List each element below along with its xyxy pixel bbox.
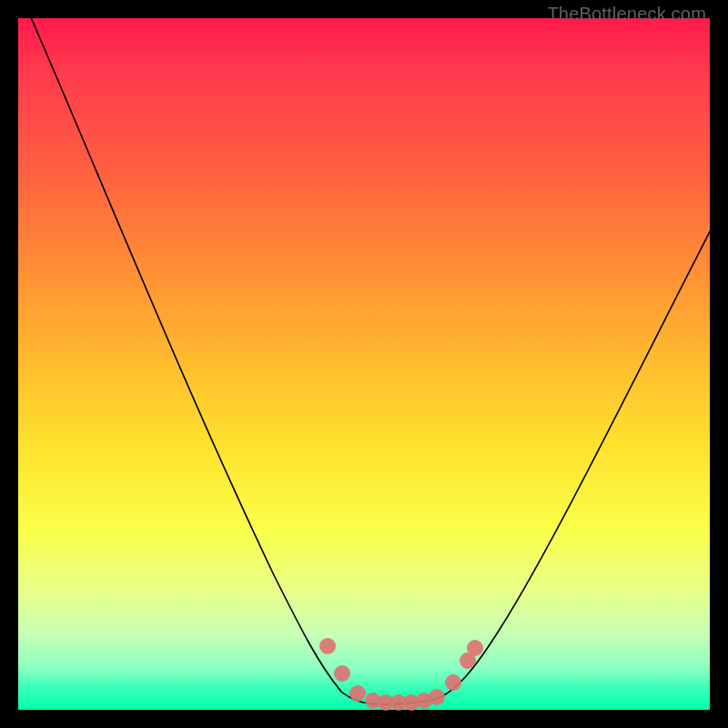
marker-dot [429,689,445,705]
watermark-text: TheBottleneck.com [547,4,706,25]
chart-svg [18,18,710,710]
marker-dot [349,685,366,702]
chart-frame: TheBottleneck.com [0,0,728,728]
plot-area [18,18,710,710]
marker-dot [319,638,336,654]
marker-dot [467,640,483,656]
marker-group [319,638,483,711]
marker-dot [445,674,461,691]
marker-dot [334,665,350,682]
bottleneck-curve [27,9,719,704]
